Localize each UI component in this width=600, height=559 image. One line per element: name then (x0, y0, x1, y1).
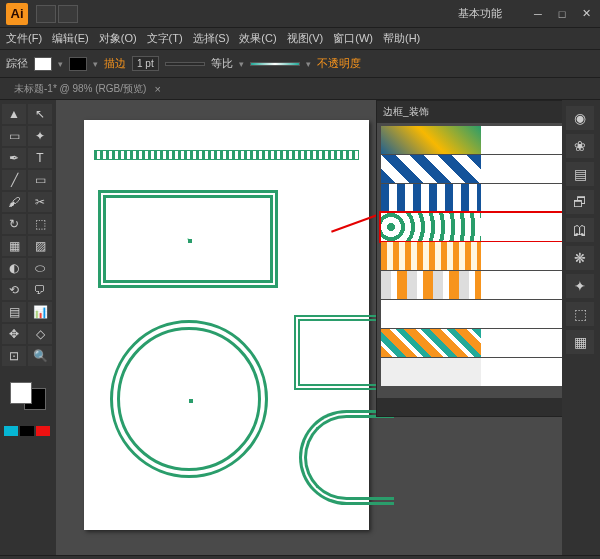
panel-title: 边框_装饰 (383, 105, 429, 119)
graph-tool[interactable]: 📊 (28, 302, 52, 322)
app-logo: Ai (6, 3, 28, 25)
slice-tool[interactable]: ◇ (28, 324, 52, 344)
ornament-line[interactable] (94, 150, 359, 160)
brush-item-selected[interactable] (381, 213, 562, 241)
color-black[interactable] (20, 426, 34, 436)
brush-item[interactable] (381, 329, 562, 357)
ornament-rectangle-2[interactable] (294, 315, 384, 390)
menu-object[interactable]: 对象(O) (99, 31, 137, 46)
dock-symbols-icon[interactable]: 🕮 (566, 218, 594, 242)
scissors-tool[interactable]: ✂ (28, 192, 52, 212)
dock-appearance-icon[interactable]: ▦ (566, 330, 594, 354)
color-cyan[interactable] (4, 426, 18, 436)
hand-tool[interactable]: ⊡ (2, 346, 26, 366)
color-red[interactable] (36, 426, 50, 436)
width-tool[interactable]: ▦ (2, 236, 26, 256)
stroke-weight-input[interactable]: 1 pt (132, 56, 159, 71)
control-bar: 踪径 ▾ ▾ 描边 1 pt 等比 ▾ ▾ 不透明度 (0, 50, 600, 78)
brush-item[interactable] (381, 184, 562, 212)
line-tool[interactable]: ╱ (2, 170, 26, 190)
menu-help[interactable]: 帮助(H) (383, 31, 420, 46)
panel-footer (377, 398, 562, 416)
fill-swatch[interactable] (34, 57, 52, 71)
stroke-label[interactable]: 描边 (104, 56, 126, 71)
stroke-swatch[interactable] (69, 57, 87, 71)
free-transform-tool[interactable]: ▨ (28, 236, 52, 256)
brush-item[interactable] (381, 300, 562, 328)
menu-type[interactable]: 文字(T) (147, 31, 183, 46)
menu-effect[interactable]: 效果(C) (239, 31, 276, 46)
pen-tool[interactable]: ✒ (2, 148, 26, 168)
artboard-tool[interactable]: ✥ (2, 324, 26, 344)
brush-item[interactable] (381, 155, 562, 183)
dock-swatches-icon[interactable]: ▤ (566, 162, 594, 186)
brush-definition[interactable] (250, 62, 300, 66)
menu-file[interactable]: 文件(F) (6, 31, 42, 46)
brush-list[interactable] (377, 123, 562, 398)
right-dock: ◉ ❀ ▤ 🗗 🕮 ❋ ✦ ⬚ ▦ (562, 100, 600, 555)
shape-builder-tool[interactable]: ◐ (2, 258, 26, 278)
brush-item[interactable] (381, 126, 562, 154)
selection-tool[interactable]: ▲ (2, 104, 26, 124)
perspective-tool[interactable]: ⬭ (28, 258, 52, 278)
menu-window[interactable]: 窗口(W) (333, 31, 373, 46)
fill-color-swatch[interactable] (10, 382, 32, 404)
dock-stroke-icon[interactable]: ❋ (566, 246, 594, 270)
artboard[interactable] (84, 120, 369, 530)
menu-view[interactable]: 视图(V) (287, 31, 324, 46)
title-arrange-button[interactable] (58, 5, 78, 23)
ornament-half-circle[interactable] (299, 410, 394, 505)
type-tool[interactable]: T (28, 148, 52, 168)
toolbox: ▲↖ ▭✦ ✒T ╱▭ 🖌✂ ↻⬚ ▦▨ ◐⬭ ⟲🗩 ▤📊 ✥◇ ⊡🔍 (0, 100, 56, 555)
close-button[interactable]: ✕ (578, 7, 594, 20)
fill-dropdown-icon[interactable]: ▾ (58, 59, 63, 69)
canvas[interactable]: 边框_装饰 ▾ (56, 100, 562, 555)
profile-dropdown[interactable] (165, 62, 205, 66)
menu-select[interactable]: 选择(S) (193, 31, 230, 46)
brush-item[interactable] (381, 358, 562, 386)
control-path-label: 踪径 (6, 56, 28, 71)
minimize-button[interactable]: ─ (530, 8, 546, 20)
scale-tool[interactable]: ⬚ (28, 214, 52, 234)
direct-selection-tool[interactable]: ↖ (28, 104, 52, 124)
zoom-tool[interactable]: 🔍 (28, 346, 52, 366)
document-tab[interactable]: 未标题-1* @ 98% (RGB/预览) (6, 82, 154, 96)
title-bridge-button[interactable] (36, 5, 56, 23)
rectangle-tool[interactable]: ▭ (28, 170, 52, 190)
dock-gradient-icon[interactable]: ✦ (566, 274, 594, 298)
uniform-label: 等比 (211, 56, 233, 71)
magic-wand-tool[interactable]: ▭ (2, 126, 26, 146)
workspace-switcher[interactable]: 基本功能 (458, 6, 502, 21)
rotate-tool[interactable]: ↻ (2, 214, 26, 234)
opacity-label[interactable]: 不透明度 (317, 56, 361, 71)
gradient-tool[interactable]: 🗩 (28, 280, 52, 300)
lasso-tool[interactable]: ✦ (28, 126, 52, 146)
paintbrush-tool[interactable]: 🖌 (2, 192, 26, 212)
dock-brushes-icon[interactable]: 🗗 (566, 190, 594, 214)
dock-color-guide-icon[interactable]: ❀ (566, 134, 594, 158)
eyedropper-tool[interactable]: ▤ (2, 302, 26, 322)
stroke-dropdown-icon[interactable]: ▾ (93, 59, 98, 69)
brush-item[interactable] (381, 242, 562, 270)
mesh-tool[interactable]: ⟲ (2, 280, 26, 300)
tab-close-icon[interactable]: × (154, 83, 160, 95)
maximize-button[interactable]: □ (554, 8, 570, 20)
menu-bar: 文件(F) 编辑(E) 对象(O) 文字(T) 选择(S) 效果(C) 视图(V… (0, 28, 600, 50)
brushes-panel: 边框_装饰 ▾ (376, 100, 562, 417)
dock-color-icon[interactable]: ◉ (566, 106, 594, 130)
brush-item[interactable] (381, 271, 562, 299)
dock-transparency-icon[interactable]: ⬚ (566, 302, 594, 326)
menu-edit[interactable]: 编辑(E) (52, 31, 89, 46)
ornament-circle[interactable] (110, 320, 268, 478)
ornament-rectangle-1[interactable] (98, 190, 278, 288)
status-bar: 98% |◀ ◀ 1 ▶ ▶| 编组选择 (0, 555, 600, 559)
